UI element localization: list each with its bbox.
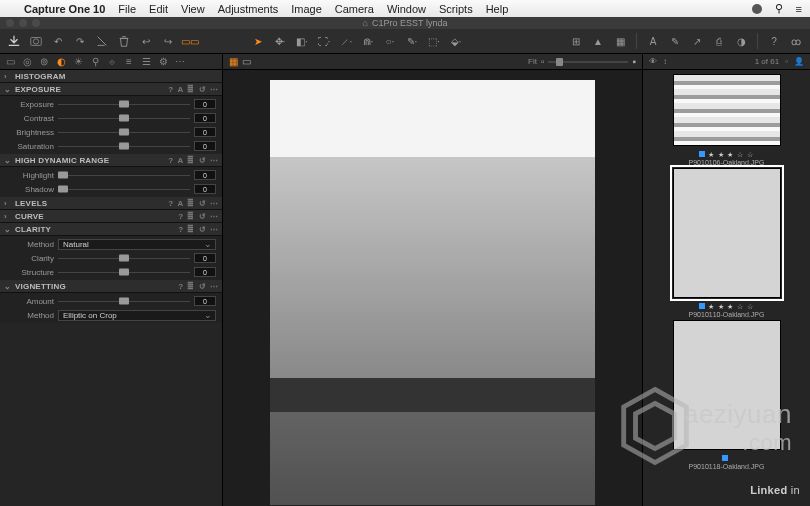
- reset-icon[interactable]: [94, 33, 110, 49]
- zoom-out-icon[interactable]: ▫: [541, 56, 545, 67]
- thumbnail-item[interactable]: P9010118-Oakland.JPG: [647, 320, 806, 470]
- batch-tab-icon[interactable]: ⋯: [174, 56, 186, 68]
- color-tag-icon[interactable]: [699, 303, 705, 309]
- color-tool-icon[interactable]: ⬙·: [448, 33, 464, 49]
- highlight-slider[interactable]: [58, 170, 190, 180]
- adjustments-tab-icon[interactable]: ≡: [123, 56, 135, 68]
- rating-stars[interactable]: ★ ★ ★ ☆ ☆: [708, 303, 755, 310]
- cursor-tool-icon[interactable]: ➤: [250, 33, 266, 49]
- close-window-button[interactable]: [6, 19, 14, 27]
- menu-camera[interactable]: Camera: [335, 3, 374, 15]
- brightness-value[interactable]: 0: [194, 127, 216, 137]
- thumbnail-item[interactable]: ★ ★ ★ ☆ ☆ P9010110-Oakland.JPG: [647, 168, 806, 318]
- grid-view-icon[interactable]: ⊞: [568, 33, 584, 49]
- levels-header[interactable]: ›LEVELS?A≣↺⋯: [0, 197, 222, 210]
- zoom-slider[interactable]: [548, 61, 628, 63]
- exposure-tab-icon[interactable]: ☀: [72, 56, 84, 68]
- menu-view[interactable]: View: [181, 3, 205, 15]
- viewer-grid-icon[interactable]: ▦: [229, 56, 238, 67]
- output-tab-icon[interactable]: ⚙: [157, 56, 169, 68]
- saturation-value[interactable]: 0: [194, 141, 216, 151]
- local-tab-icon[interactable]: ⟐: [106, 56, 118, 68]
- exposure-header[interactable]: ⌄EXPOSURE?A≣↺⋯: [0, 83, 222, 96]
- trash-icon[interactable]: [116, 33, 132, 49]
- browser-sort-icon[interactable]: ↕: [663, 57, 667, 66]
- edit-icon[interactable]: ✎: [667, 33, 683, 49]
- hdr-header[interactable]: ⌄HIGH DYNAMIC RANGE?A≣↺⋯: [0, 154, 222, 167]
- viewer-single-icon[interactable]: ▭: [242, 56, 251, 67]
- color-tag-icon[interactable]: [699, 151, 705, 157]
- details-tab-icon[interactable]: ⚲: [89, 56, 101, 68]
- auto-icon[interactable]: A: [177, 85, 183, 94]
- menu-help[interactable]: Help: [486, 3, 509, 15]
- structure-value[interactable]: 0: [194, 267, 216, 277]
- shadow-slider[interactable]: [58, 184, 190, 194]
- clarity-header[interactable]: ⌄CLARITY?≣↺⋯: [0, 223, 222, 236]
- menu-file[interactable]: File: [118, 3, 136, 15]
- import-icon[interactable]: [6, 33, 22, 49]
- spot-tool-icon[interactable]: ○·: [382, 33, 398, 49]
- browser-visibility-icon[interactable]: 👁: [649, 57, 657, 66]
- brightness-slider[interactable]: [58, 127, 190, 137]
- histogram-header[interactable]: ›HISTOGRAM: [0, 70, 222, 83]
- rating-stars[interactable]: ★ ★ ★ ☆ ☆: [708, 151, 755, 158]
- process-icon[interactable]: ▭▭: [182, 33, 198, 49]
- copy-icon[interactable]: ↗: [689, 33, 705, 49]
- capture-tab-icon[interactable]: ◎: [21, 56, 33, 68]
- glasses-icon[interactable]: ꝏ: [788, 33, 804, 49]
- image-viewport[interactable]: [223, 70, 642, 506]
- focus-mask-icon[interactable]: ▦: [612, 33, 628, 49]
- metadata-tab-icon[interactable]: ☰: [140, 56, 152, 68]
- help-icon[interactable]: ?: [766, 33, 782, 49]
- redo-icon[interactable]: ↪: [160, 33, 176, 49]
- zoom-in-icon[interactable]: ▪: [632, 56, 636, 67]
- clarity-value[interactable]: 0: [194, 253, 216, 263]
- color-tab-icon[interactable]: ◐: [55, 56, 67, 68]
- vignette-method-select[interactable]: Elliptic on Crop: [58, 310, 216, 321]
- saturation-slider[interactable]: [58, 141, 190, 151]
- vignetting-header[interactable]: ⌄VIGNETTING?≣↺⋯: [0, 280, 222, 293]
- reset-icon[interactable]: ↺: [199, 85, 206, 94]
- contrast-value[interactable]: 0: [194, 113, 216, 123]
- exposure-value[interactable]: 0: [194, 99, 216, 109]
- exposure-warning-icon[interactable]: ▲: [590, 33, 606, 49]
- browser-thumb-size-icon[interactable]: ▫: [785, 57, 788, 66]
- color-tag-icon[interactable]: [722, 455, 728, 461]
- notification-center-icon[interactable]: ≡: [796, 3, 802, 15]
- menu-adjustments[interactable]: Adjustments: [218, 3, 279, 15]
- thumbnail-item[interactable]: ★ ★ ★ ☆ ☆ P9010106-Oakland.JPG: [647, 74, 806, 166]
- crop-tool-icon[interactable]: ⛶·: [316, 33, 332, 49]
- library-tab-icon[interactable]: ▭: [4, 56, 16, 68]
- menu-edit[interactable]: Edit: [149, 3, 168, 15]
- undo-icon[interactable]: ↩: [138, 33, 154, 49]
- user-icon[interactable]: 👤: [794, 57, 804, 66]
- rotate-left-icon[interactable]: ↶: [50, 33, 66, 49]
- print-icon[interactable]: ⎙: [711, 33, 727, 49]
- menu-image[interactable]: Image: [291, 3, 322, 15]
- slideshow-icon[interactable]: ◑: [733, 33, 749, 49]
- vignette-amount-value[interactable]: 0: [194, 296, 216, 306]
- hand-tool-icon[interactable]: ✥·: [272, 33, 288, 49]
- curve-header[interactable]: ›CURVE?≣↺⋯: [0, 210, 222, 223]
- annotations-icon[interactable]: A: [645, 33, 661, 49]
- rotate-right-icon[interactable]: ↷: [72, 33, 88, 49]
- mask-tool-icon[interactable]: ✎·: [404, 33, 420, 49]
- menu-icon[interactable]: ⋯: [210, 85, 218, 94]
- app-name-menu[interactable]: Capture One 10: [24, 3, 105, 15]
- eraser-tool-icon[interactable]: ⬚·: [426, 33, 442, 49]
- help-icon[interactable]: ?: [168, 85, 173, 94]
- capture-icon[interactable]: [28, 33, 44, 49]
- shadow-value[interactable]: 0: [194, 184, 216, 194]
- minimize-window-button[interactable]: [19, 19, 27, 27]
- clarity-slider[interactable]: [58, 253, 190, 263]
- menu-scripts[interactable]: Scripts: [439, 3, 473, 15]
- exposure-slider[interactable]: [58, 99, 190, 109]
- loupe-tool-icon[interactable]: ◧·: [294, 33, 310, 49]
- keystone-tool-icon[interactable]: ⋒·: [360, 33, 376, 49]
- preset-icon[interactable]: ≣: [187, 85, 194, 94]
- spotlight-icon[interactable]: ⚲: [775, 2, 783, 15]
- zoom-window-button[interactable]: [32, 19, 40, 27]
- status-menu-icon[interactable]: [752, 4, 762, 14]
- highlight-value[interactable]: 0: [194, 170, 216, 180]
- zoom-fit-label[interactable]: Fit: [528, 57, 537, 66]
